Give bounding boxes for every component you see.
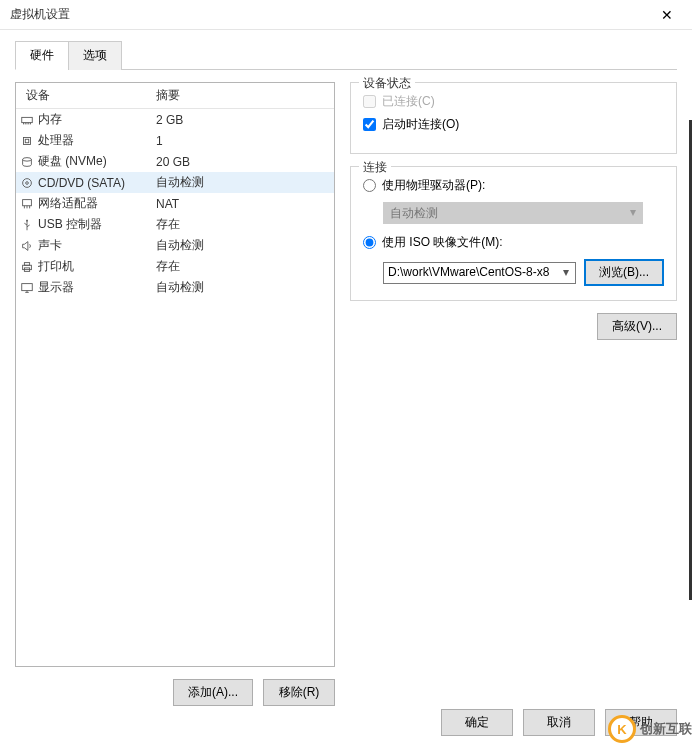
connected-label: 已连接(C) [382, 93, 435, 110]
list-item-cd[interactable]: CD/DVD (SATA) 自动检测 [16, 172, 334, 193]
svg-rect-0 [22, 117, 33, 122]
list-label: 内存 [38, 111, 156, 128]
device-status-group: 设备状态 已连接(C) 启动时连接(O) [350, 82, 677, 154]
disk-icon [16, 155, 38, 169]
browse-button[interactable]: 浏览(B)... [584, 259, 664, 286]
printer-icon [16, 260, 38, 274]
cd-icon [16, 176, 38, 190]
physical-radio[interactable] [363, 179, 376, 192]
header-summary[interactable]: 摘要 [156, 87, 334, 104]
watermark: K 创新互联 [608, 715, 692, 743]
svg-rect-18 [24, 262, 29, 265]
connection-legend: 连接 [359, 159, 391, 176]
svg-point-8 [23, 157, 32, 161]
list-item-memory[interactable]: 内存 2 GB [16, 109, 334, 130]
list-header: 设备 摘要 [16, 83, 334, 109]
list-summary: 存在 [156, 216, 334, 233]
network-icon [16, 197, 38, 211]
advanced-button[interactable]: 高级(V)... [597, 313, 677, 340]
svg-rect-7 [25, 139, 29, 143]
tabs: 硬件 选项 [15, 40, 677, 70]
list-item-display[interactable]: 显示器 自动检测 [16, 277, 334, 298]
list-label: 网络适配器 [38, 195, 156, 212]
device-list: 设备 摘要 内存 2 GB 处理器 1 硬盘 (NVMe) 20 GB [15, 82, 335, 667]
list-label: USB 控制器 [38, 216, 156, 233]
tab-hardware[interactable]: 硬件 [15, 41, 69, 70]
connection-group: 连接 使用物理驱动器(P): 自动检测 使用 ISO 映像文件(M): D:\w… [350, 166, 677, 301]
sound-icon [16, 239, 38, 253]
tab-options[interactable]: 选项 [68, 41, 122, 70]
list-item-disk[interactable]: 硬盘 (NVMe) 20 GB [16, 151, 334, 172]
list-summary: 1 [156, 134, 334, 148]
list-summary: 自动检测 [156, 174, 334, 191]
cancel-button[interactable]: 取消 [523, 709, 595, 736]
list-label: 处理器 [38, 132, 156, 149]
svg-rect-11 [23, 199, 32, 205]
physical-dropdown: 自动检测 [383, 202, 643, 224]
list-label: 显示器 [38, 279, 156, 296]
svg-point-10 [26, 181, 29, 184]
memory-icon [16, 113, 38, 127]
iso-label: 使用 ISO 映像文件(M): [382, 234, 503, 251]
list-item-usb[interactable]: USB 控制器 存在 [16, 214, 334, 235]
ok-button[interactable]: 确定 [441, 709, 513, 736]
svg-rect-6 [24, 137, 31, 144]
list-summary: 自动检测 [156, 237, 334, 254]
add-button[interactable]: 添加(A)... [173, 679, 253, 706]
iso-path-dropdown[interactable]: D:\work\VMware\CentOS-8-x8 [383, 262, 576, 284]
list-item-network[interactable]: 网络适配器 NAT [16, 193, 334, 214]
remove-button[interactable]: 移除(R) [263, 679, 335, 706]
list-item-cpu[interactable]: 处理器 1 [16, 130, 334, 151]
connect-poweron-label: 启动时连接(O) [382, 116, 459, 133]
window-title: 虚拟机设置 [10, 6, 70, 23]
list-summary: 20 GB [156, 155, 334, 169]
list-item-printer[interactable]: 打印机 存在 [16, 256, 334, 277]
list-summary: 存在 [156, 258, 334, 275]
svg-rect-20 [22, 283, 33, 290]
list-summary: NAT [156, 197, 334, 211]
svg-point-16 [26, 219, 28, 221]
list-summary: 2 GB [156, 113, 334, 127]
list-label: CD/DVD (SATA) [38, 176, 156, 190]
physical-label: 使用物理驱动器(P): [382, 177, 485, 194]
status-legend: 设备状态 [359, 75, 415, 92]
connect-poweron-checkbox[interactable] [363, 118, 376, 131]
list-summary: 自动检测 [156, 279, 334, 296]
close-icon[interactable]: ✕ [652, 0, 682, 30]
list-label: 声卡 [38, 237, 156, 254]
list-item-sound[interactable]: 声卡 自动检测 [16, 235, 334, 256]
display-icon [16, 281, 38, 295]
watermark-text: 创新互联 [640, 720, 692, 738]
svg-point-9 [23, 178, 32, 187]
list-label: 硬盘 (NVMe) [38, 153, 156, 170]
connected-checkbox [363, 95, 376, 108]
list-label: 打印机 [38, 258, 156, 275]
usb-icon [16, 218, 38, 232]
watermark-icon: K [608, 715, 636, 743]
cpu-icon [16, 134, 38, 148]
header-device[interactable]: 设备 [16, 87, 156, 104]
iso-radio[interactable] [363, 236, 376, 249]
